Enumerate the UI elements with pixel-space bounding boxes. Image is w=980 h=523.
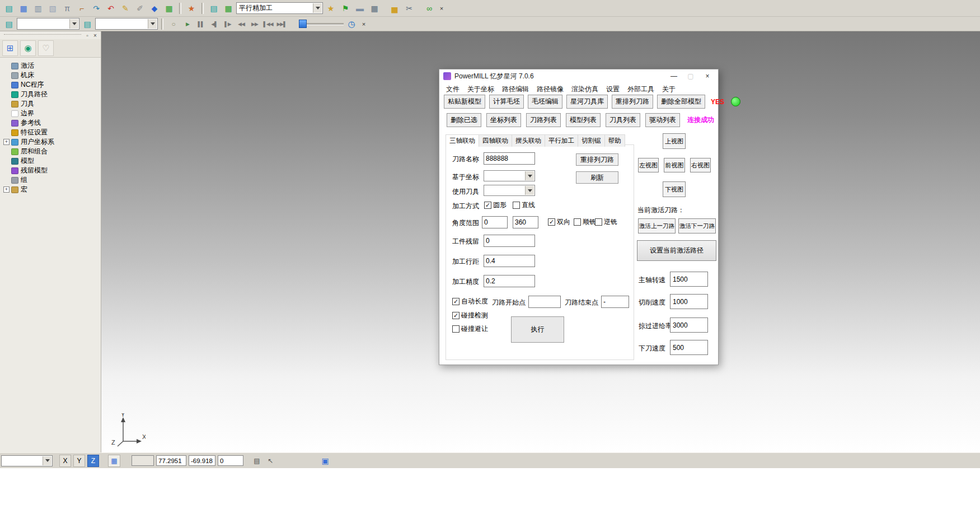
transform-icon[interactable]: ◆ [148,2,161,15]
go-start-button[interactable]: ▌◀◀ [262,18,274,30]
pencil-icon[interactable]: ✎ [119,2,132,15]
tree-item-models[interactable]: 模型 [3,156,101,166]
tree-item-macros[interactable]: +宏 [3,185,101,194]
rewind-button[interactable]: ◀◀ [235,18,247,30]
tool-combo[interactable] [95,18,158,30]
expander-icon[interactable] [3,148,10,155]
heart-icon[interactable]: ♡ [38,40,54,56]
checkbox-box[interactable]: ✓ [452,298,459,305]
expander-icon[interactable] [3,72,10,78]
checkbox-box[interactable] [452,325,459,333]
end-point-input[interactable] [601,296,629,308]
execute-button[interactable]: 执行 [511,316,564,343]
chevron-down-icon[interactable] [148,19,157,29]
expander-icon[interactable] [3,91,10,97]
tool-icon[interactable]: ★ [185,2,198,15]
circle-checkbox[interactable]: ✓ 圆形 [484,200,507,210]
block-icon[interactable]: ▧ [46,2,59,15]
table-icon[interactable]: ▦ [222,2,235,15]
checkbox-box[interactable] [574,218,581,226]
stock-edit-button[interactable]: 毛坯编辑 [528,95,562,109]
chevron-down-icon[interactable] [313,3,322,13]
tree-item-levels-and-sets[interactable]: 层和组合 [3,147,101,156]
menu-about[interactable]: 关于 [662,85,676,94]
auto-length-checkbox[interactable]: ✓ 自动长度 [452,297,488,306]
axis-x-button[interactable]: X [59,455,71,467]
tree-item-toolpaths[interactable]: 刀具路径 [3,90,101,99]
tool-star-icon[interactable]: ★ [324,2,337,15]
model-list-button[interactable]: 模型列表 [566,113,601,127]
scissors-icon[interactable]: ✂ [402,2,416,15]
panes-icon[interactable]: ▣ [320,455,331,466]
close-button[interactable]: × [699,69,716,83]
skim-feed-input[interactable] [670,317,708,333]
axis-z-button[interactable]: Z [87,455,99,467]
menu-file[interactable]: 文件 [446,85,459,94]
grid-icon[interactable]: ▦ [162,2,176,15]
collision-avoid-checkbox[interactable]: 碰撞避让 [452,324,488,334]
checkbox-box[interactable]: ✓ [452,312,459,319]
checkbox-box[interactable]: ✓ [484,202,491,209]
go-end-button[interactable]: ▶▶▌ [275,18,288,30]
tree-item-feature-sets[interactable]: 特征设置 [3,128,101,137]
stock-allowance-input[interactable] [484,235,535,247]
tool-list-icon[interactable]: ▤ [81,18,94,30]
menu-path-edit[interactable]: 路径编辑 [502,85,529,94]
statusbar-combo[interactable] [1,455,53,466]
expander-icon[interactable] [3,82,10,88]
layers-icon[interactable]: ▤ [2,2,16,15]
tolerance-input[interactable] [484,275,535,287]
binoculars-icon[interactable]: ∞ [423,2,436,15]
toolpath-name-input[interactable] [484,152,535,165]
globe-icon[interactable]: ◉ [20,40,36,56]
expander-icon[interactable] [3,120,10,126]
axis-y-button[interactable]: Y [73,455,85,467]
expander-icon[interactable] [3,177,10,183]
pencil-edit-icon[interactable]: ✐ [133,2,147,15]
menu-path-mirror[interactable]: 路径镜像 [537,85,564,94]
view-front-button[interactable]: 前视图 [664,158,685,172]
rearrange-button[interactable]: 重排列刀路 [576,153,618,166]
drive-list-button[interactable]: 驱动列表 [645,113,680,127]
chart-icon[interactable]: ▅ [388,2,401,15]
step-back-button[interactable]: ◀▌ [208,18,221,30]
chevron-down-icon[interactable] [525,186,534,195]
ruler-icon[interactable]: ▬ [353,2,367,15]
line-checkbox[interactable]: 直线 [513,200,535,210]
view-left-button[interactable]: 左视图 [638,158,659,172]
flag-icon[interactable]: ⚑ [339,2,352,15]
layers2-icon[interactable]: ▤ [207,2,221,15]
pointer-icon[interactable]: ↖ [265,455,276,466]
expander-icon[interactable] [3,129,10,136]
angle-start-input[interactable] [482,216,508,228]
strategy-combo[interactable]: 平行精加工 [236,2,323,14]
panel-pin-button[interactable]: ▫ [83,32,91,39]
view-bottom-button[interactable]: 下视图 [663,181,686,197]
collision-check-checkbox[interactable]: ✓ 碰撞检测 [452,311,488,320]
chevron-down-icon[interactable] [69,19,78,29]
menu-coords[interactable]: 关于坐标 [467,85,494,94]
view-right-button[interactable]: 右视图 [690,158,711,172]
tree-item-groups[interactable]: 组 [3,175,101,185]
menu-settings[interactable]: 设置 [606,85,620,94]
spindle-speed-input[interactable] [670,272,708,287]
expander-icon[interactable] [3,158,10,164]
simulation-speed-slider[interactable] [299,20,344,28]
set-active-path-button[interactable]: 设置当前激活路径 [637,240,716,261]
compute-stock-button[interactable]: 计算毛坯 [489,95,524,109]
pillar-icon[interactable]: π [60,2,74,15]
tab-4axis[interactable]: 四轴联动 [479,134,512,147]
bidirectional-checkbox[interactable]: ✓ 双向 [548,217,570,227]
menu-render-sim[interactable]: 渲染仿真 [571,85,598,94]
clock-icon[interactable]: ◷ [345,18,358,30]
tool-library-button[interactable]: 星河刀具库 [566,95,608,109]
tree-item-workplanes[interactable]: +用户坐标系 [3,137,101,147]
tree-item-patterns[interactable]: 参考线 [3,118,101,128]
chevron-down-icon[interactable] [43,456,51,465]
toolpath-list-button[interactable]: 刀路列表 [526,113,561,127]
redo-icon[interactable]: ↷ [90,2,103,15]
list-icon[interactable]: ▤ [251,455,262,466]
tab-3axis[interactable]: 三轴联动 [446,134,479,147]
activate-prev-path-button[interactable]: 激活上一刀路 [638,218,676,234]
play-button[interactable]: ▶ [181,18,194,30]
